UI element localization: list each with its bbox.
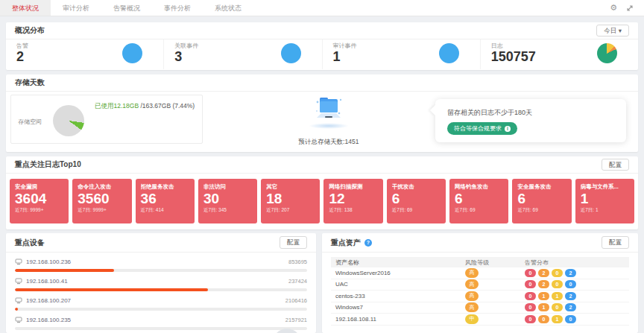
compliance-bubble: 留存相关的日志不少于180天 符合等保合规要求 i (435, 99, 626, 142)
devices-title: 重点设备 (15, 238, 45, 248)
alarm-count-badge: 2 (565, 269, 576, 277)
alarm-count-badge: 1 (552, 292, 563, 300)
fullscreen-expand-icon[interactable] (626, 4, 634, 12)
asset-table: 资产名称风险等级告警分布 WindowsServer2016 高 0202 UA… (331, 257, 629, 326)
alarm-count-badge: 2 (538, 280, 549, 288)
asset-column-header: 风险等级 (465, 259, 525, 267)
nav-tab[interactable]: 系统状态 (203, 0, 253, 16)
nav-tab[interactable]: 告警概况 (101, 0, 152, 16)
device-ip: 192.168.100.207 (26, 297, 71, 304)
device-log-count: 2157921 (285, 317, 307, 323)
alarm-distribution: 0102 (525, 303, 629, 311)
top10-alert-card[interactable]: 其它 18 近7日: 207 (261, 179, 320, 223)
asset-table-header: 资产名称风险等级告警分布 (331, 257, 629, 267)
alarm-count-badge: 0 (538, 315, 549, 323)
compliance-tip-text: 留存相关的日志不少于180天 (447, 108, 614, 118)
compliance-status-button[interactable]: 符合等保合规要求 i (447, 122, 517, 135)
top10-logs-card: 重点关注日志Top10 配置 安全漏洞 3604 近7日: 9999+ 命令注入… (6, 156, 638, 229)
device-row[interactable]: 192.168.100.235 2157921 (15, 315, 307, 330)
device-bar-track (15, 327, 307, 330)
alert-value: 3560 (78, 191, 126, 207)
top10-alert-card[interactable]: 病毒与文件系... 1 近7日: 1 (575, 179, 634, 223)
alert-value: 6 (392, 191, 441, 207)
asset-row[interactable]: UAC 高 0200 (331, 279, 629, 291)
alert-recent-count: 近7日: 138 (329, 207, 377, 214)
asset-row[interactable]: Windows7 高 0102 (331, 302, 629, 314)
overview-stat: 审计事件 1 (323, 39, 481, 69)
devices-config-button[interactable]: 配置 (280, 236, 307, 248)
device-ip: 192.168.100.41 (26, 278, 68, 285)
alarm-distribution: 0200 (525, 280, 629, 288)
risk-level-badge: 高 (465, 302, 479, 312)
period-dropdown[interactable]: 今日 ▾ (596, 25, 629, 37)
assets-config-button[interactable]: 配置 (602, 236, 629, 248)
alarm-count-badge: 2 (565, 292, 576, 300)
top10-alert-card[interactable]: 干扰攻击 6 近7日: 69 (387, 179, 446, 223)
alert-recent-count: 近7日: 9999+ (15, 207, 63, 214)
device-bar-track (15, 288, 307, 291)
nav-tab[interactable]: 审计分析 (51, 0, 101, 16)
top10-title: 重点关注日志Top10 (15, 159, 81, 170)
device-bar-track (15, 269, 307, 272)
alert-recent-count: 近7日: 1 (581, 207, 629, 214)
top10-alert-card[interactable]: 网络扫描探测 12 近7日: 138 (323, 179, 382, 223)
device-row[interactable]: 192.168.100.207 2106416 (15, 296, 307, 311)
nav-tabs: 整体状况 审计分析 告警概况 事件分析 系统状态 (0, 0, 253, 16)
alert-value: 30 (203, 191, 252, 207)
alarm-count-badge: 0 (565, 280, 576, 288)
risk-level-badge: 高 (465, 268, 479, 278)
top10-alert-card[interactable]: 安全漏洞 3604 近7日: 9999+ (10, 179, 69, 223)
device-ip: 192.168.100.235 (26, 317, 71, 323)
storage-usage-pie-chart (53, 105, 84, 136)
device-row[interactable]: 192.168.100.41 237424 (15, 276, 307, 291)
top10-alert-card[interactable]: 安全服务攻击 6 近7日: 69 (512, 179, 571, 223)
help-icon[interactable]: ? (364, 239, 372, 247)
top10-alert-card[interactable]: 拒绝服务攻击 36 近7日: 414 (136, 179, 195, 223)
device-list: 192.168.100.236 853695 192.168.100.41 23… (6, 253, 316, 333)
storage-estimate-label: 预计总存储天数:1451 (265, 138, 392, 147)
asset-row[interactable]: centos-233 高 0112 (331, 291, 629, 302)
alarm-count-badge: 1 (538, 303, 549, 311)
alert-name: 命令注入攻击 (78, 183, 126, 191)
alert-value: 1 (581, 191, 629, 207)
key-devices-card: 重点设备 配置 192.168.100.236 853695 192.168.1… (6, 233, 316, 333)
top10-alert-card[interactable]: 网络钓鱼攻击 6 近7日: 69 (449, 179, 508, 223)
nav-tab[interactable]: 事件分析 (152, 0, 203, 16)
overview-stat: 日志 150757 (481, 39, 638, 69)
stat-circle-icon (439, 43, 459, 63)
alarm-count-badge: 0 (552, 303, 563, 311)
alert-recent-count: 近7日: 69 (455, 207, 503, 214)
device-ip: 192.168.100.236 (26, 259, 71, 265)
top10-alert-card[interactable]: 非法访问 30 近7日: 345 (198, 179, 257, 223)
alert-name: 网络钓鱼攻击 (455, 183, 503, 191)
alert-value: 6 (517, 191, 566, 207)
overview-card: 概况分布 今日 ▾ 告警 2 关联事件 3 审计事件 1 日志 150757 (6, 22, 638, 70)
asset-row[interactable]: 192.168.108.11 中 0010 (331, 314, 629, 326)
alarm-count-badge: 1 (538, 292, 549, 300)
risk-level-badge: 高 (465, 279, 479, 289)
device-row[interactable]: 192.168.100.236 853695 (15, 257, 307, 272)
top10-alert-card[interactable]: 命令注入攻击 3560 近7日: 9999+ (72, 179, 131, 223)
top10-config-button[interactable]: 配置 (602, 159, 629, 171)
alert-name: 拒绝服务攻击 (141, 183, 189, 191)
device-log-count: 237424 (288, 278, 307, 285)
alarm-count-badge: 0 (525, 315, 536, 323)
storage-total-value: /163.67GB (7.44%) (139, 102, 195, 110)
storage-title: 存储天数 (15, 77, 45, 88)
assets-title: 重点资产 (331, 238, 361, 248)
settings-gear-icon[interactable]: ⚙ (610, 4, 617, 12)
alarm-count-badge: 1 (552, 315, 563, 323)
top10-cards-row: 安全漏洞 3604 近7日: 9999+ 命令注入攻击 3560 近7日: 99… (6, 174, 638, 223)
alarm-count-badge: 0 (525, 303, 536, 311)
stat-circle-icon (281, 43, 301, 63)
top-tab-bar: 整体状况 审计分析 告警概况 事件分析 系统状态 ⚙ (0, 0, 644, 16)
asset-row[interactable]: WindowsServer2016 高 0202 (331, 267, 629, 279)
device-bar-track (15, 308, 307, 311)
storage-space-box: 存储空间 已使用12.18GB /163.67GB (7.44%) (10, 95, 203, 144)
alert-recent-count: 近7日: 414 (141, 207, 189, 214)
device-icon (15, 259, 22, 265)
alarm-distribution: 0010 (525, 315, 629, 323)
nav-tab[interactable]: 整体状况 (0, 0, 51, 16)
asset-name: Windows7 (331, 304, 465, 311)
alert-name: 安全服务攻击 (517, 183, 566, 191)
